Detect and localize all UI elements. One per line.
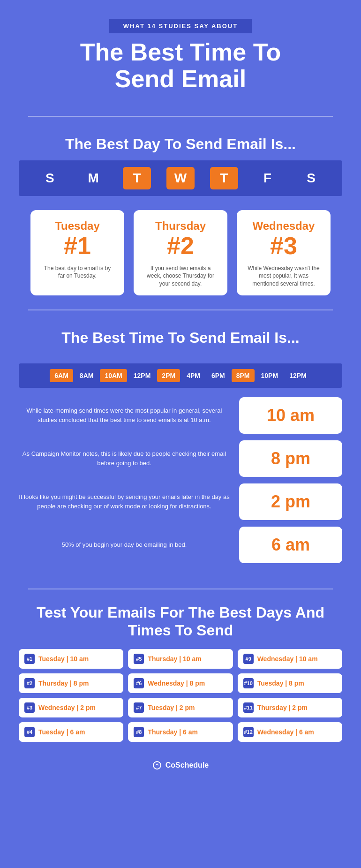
time-badge-3: 2 pm [271, 492, 310, 511]
main-title: The Best Time To Send Email [38, 39, 323, 92]
header-section: What 14 Studies Say About The Best Time … [0, 0, 361, 106]
day-S1: S [36, 171, 64, 186]
test-item-1: #1 Tuesday | 10 am [19, 649, 123, 669]
test-item-10-num: #10 [243, 678, 254, 688]
time-row-4-text: 50% of you begin your day be emailing in… [19, 540, 230, 550]
subtitle-text: What 14 Studies Say About [123, 23, 238, 30]
divider-1 [28, 116, 333, 117]
day-F: F [254, 171, 282, 186]
test-item-3: #3 Wednesday | 2 pm [19, 698, 123, 717]
day-card-1-desc: The best day to email is by far on Tuesd… [40, 264, 115, 280]
time-row-1-text: While late-morning send times were the m… [19, 406, 230, 424]
test-grid: #1 Tuesday | 10 am #5 Thursday | 10 am #… [19, 649, 342, 742]
test-item-5: #5 Thursday | 10 am [128, 649, 233, 669]
test-item-6: #6 Wednesday | 8 pm [128, 673, 233, 693]
day-T2: T [210, 167, 238, 189]
days-bar: S M T W T F S [19, 160, 342, 196]
test-item-5-label: Thursday | 10 am [148, 655, 201, 663]
time-row-2-badge: 8 pm [239, 440, 342, 477]
test-item-1-num: #1 [24, 654, 35, 664]
best-time-title: The Best Time To Send Email Is... [0, 320, 361, 354]
day-card-3-name: Wednesday [246, 219, 321, 233]
time-badge-2: 8 pm [271, 449, 310, 468]
day-card-1-name: Tuesday [40, 219, 115, 233]
time-row-1: While late-morning send times were the m… [19, 397, 342, 434]
test-item-12: #12 Wednesday | 6 am [238, 722, 342, 742]
day-card-3-desc: While Wednesday wasn't the most popular,… [246, 264, 321, 288]
test-item-9-num: #9 [243, 654, 254, 664]
test-item-6-num: #6 [134, 678, 144, 688]
day-card-2-desc: If you send two emails a week, choose Th… [143, 264, 218, 288]
time-badge-1: 10 am [267, 406, 315, 425]
title-line2: Send Email [115, 65, 246, 92]
day-card-1: Tuesday #1 The best day to email is by f… [30, 210, 124, 295]
test-item-12-label: Wednesday | 6 am [257, 728, 314, 736]
test-item-4-label: Tuesday | 6 am [38, 728, 85, 736]
best-day-title: The Best Day To Send Email Is... [0, 126, 361, 160]
test-item-12-num: #12 [243, 727, 254, 737]
test-item-7-num: #7 [134, 702, 144, 713]
test-item-9-label: Wednesday | 10 am [257, 655, 318, 663]
time-row-4-badge: 6 am [239, 527, 342, 563]
time-details: While late-morning send times were the m… [0, 388, 361, 579]
day-W: W [166, 167, 195, 189]
time-row-4: 50% of you begin your day be emailing in… [19, 527, 342, 563]
test-item-8-num: #8 [134, 727, 144, 737]
time-10am: 10AM [100, 369, 127, 382]
test-item-2-label: Thursday | 8 pm [38, 679, 89, 687]
day-T1: T [123, 167, 151, 189]
day-card-3: Wednesday #3 While Wednesday wasn't the … [237, 210, 331, 295]
time-12pm-2: 12PM [285, 369, 311, 382]
test-item-8: #8 Thursday | 6 am [128, 722, 233, 742]
test-item-3-num: #3 [24, 702, 35, 713]
test-item-11-num: #11 [243, 702, 254, 713]
day-M: M [79, 171, 107, 186]
page-wrapper: What 14 Studies Say About The Best Time … [0, 0, 361, 784]
time-row-3-badge: 2 pm [239, 483, 342, 520]
test-item-7-label: Tuesday | 2 pm [148, 704, 195, 711]
time-2pm: 2PM [157, 369, 180, 382]
day-cards: Tuesday #1 The best day to email is by f… [0, 196, 361, 300]
time-6pm: 6PM [207, 369, 230, 382]
test-item-8-label: Thursday | 6 am [148, 728, 198, 736]
time-row-3: It looks like you might be successful by… [19, 483, 342, 520]
test-item-11: #11 Thursday | 2 pm [238, 698, 342, 717]
day-card-1-rank: #1 [40, 233, 115, 259]
day-card-2-name: Thursday [143, 219, 218, 233]
test-item-4-num: #4 [24, 727, 35, 737]
day-card-3-rank: #3 [246, 233, 321, 259]
test-item-1-label: Tuesday | 10 am [38, 655, 89, 663]
time-row-1-badge: 10 am [239, 397, 342, 434]
test-item-9: #9 Wednesday | 10 am [238, 649, 342, 669]
test-item-2-num: #2 [24, 678, 35, 688]
test-item-3-label: Wednesday | 2 pm [38, 704, 96, 711]
title-line1: The Best Time To [80, 38, 281, 66]
coschedule-logo-icon [152, 761, 162, 770]
time-8am: 8AM [75, 369, 98, 382]
time-bar: 6AM 8AM 10AM 12PM 2PM 4PM 6PM 8PM 10PM 1… [19, 363, 342, 388]
test-title: Test Your Emails For The Best Days And T… [19, 604, 342, 640]
test-item-4: #4 Tuesday | 6 am [19, 722, 123, 742]
divider-3 [28, 589, 333, 589]
test-item-11-label: Thursday | 2 pm [257, 704, 308, 711]
footer: CoSchedule [0, 751, 361, 784]
best-time-section: The Best Time To Send Email Is... 6AM 8A… [0, 320, 361, 579]
time-row-3-text: It looks like you might be successful by… [19, 492, 230, 511]
time-12pm-1: 12PM [129, 369, 156, 382]
test-section: Test Your Emails For The Best Days And T… [0, 599, 361, 751]
time-10pm: 10PM [256, 369, 283, 382]
test-item-10: #10 Tuesday | 8 pm [238, 673, 342, 693]
day-card-2-rank: #2 [143, 233, 218, 259]
time-4pm: 4PM [182, 369, 205, 382]
test-item-7: #7 Tuesday | 2 pm [128, 698, 233, 717]
time-8pm: 8PM [232, 369, 255, 382]
svg-point-0 [153, 762, 161, 769]
best-day-section: The Best Day To Send Email Is... S M T W… [0, 126, 361, 300]
divider-2 [28, 309, 333, 310]
time-badge-4: 6 am [271, 535, 310, 554]
day-S2: S [297, 171, 325, 186]
test-item-10-label: Tuesday | 8 pm [257, 679, 304, 687]
test-item-5-num: #5 [134, 654, 144, 664]
test-item-6-label: Wednesday | 8 pm [148, 679, 205, 687]
time-row-2-text: As Campaign Monitor notes, this is likel… [19, 449, 230, 468]
